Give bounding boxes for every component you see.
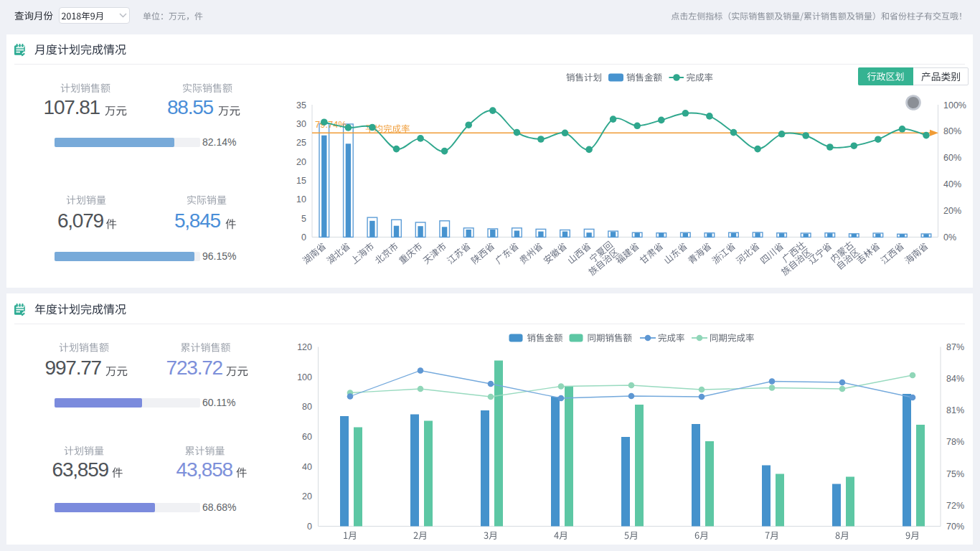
svg-text:81%: 81% — [946, 405, 964, 415]
svg-text:40: 40 — [302, 462, 312, 472]
svg-text:80: 80 — [302, 402, 312, 412]
svg-text:84%: 84% — [946, 374, 964, 384]
svg-text:60%: 60% — [943, 153, 961, 163]
svg-text:75%: 75% — [946, 469, 964, 479]
svg-text:78%: 78% — [946, 437, 964, 447]
svg-text:20%: 20% — [943, 206, 961, 216]
svg-text:10: 10 — [296, 194, 306, 204]
svg-text:20: 20 — [296, 157, 306, 167]
svg-text:100: 100 — [297, 372, 312, 382]
svg-text:25: 25 — [296, 138, 306, 148]
svg-text:20: 20 — [302, 491, 312, 501]
svg-text:5: 5 — [301, 214, 306, 224]
svg-text:120: 120 — [297, 342, 312, 352]
svg-text:30: 30 — [296, 119, 306, 129]
svg-text:35: 35 — [296, 100, 306, 110]
svg-text:60: 60 — [302, 432, 312, 442]
svg-text:80%: 80% — [943, 126, 961, 136]
svg-text:87%: 87% — [946, 342, 964, 352]
svg-text:15: 15 — [296, 176, 306, 186]
svg-text:70%: 70% — [946, 522, 964, 532]
svg-text:100%: 100% — [943, 100, 966, 110]
svg-text:0: 0 — [301, 232, 306, 242]
svg-text:72%: 72% — [946, 501, 964, 511]
svg-text:40%: 40% — [943, 179, 961, 189]
svg-text:0: 0 — [307, 522, 312, 532]
svg-text:0%: 0% — [943, 232, 956, 242]
